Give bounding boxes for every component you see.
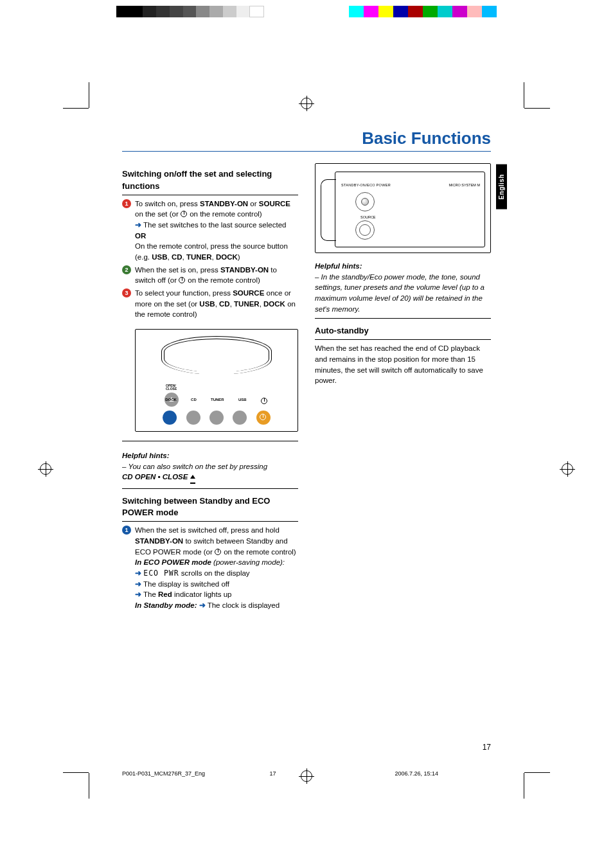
diagram-label-usb: USB xyxy=(238,397,247,405)
footer-file: P001-P031_MCM276R_37_Eng xyxy=(122,770,270,777)
power-icon xyxy=(179,276,186,284)
text: on the set (or xyxy=(135,210,181,218)
autostandby-body: When the set has reached the end of CD p… xyxy=(315,343,491,386)
text: In ECO POWER mode xyxy=(135,558,213,566)
text: CD xyxy=(172,253,182,261)
crop-mark-br xyxy=(511,760,550,799)
text: STANDBY-ON xyxy=(220,266,269,274)
language-tab: English xyxy=(496,164,507,209)
source-button-cd xyxy=(186,411,200,425)
source-button-tuner xyxy=(209,411,224,425)
text: USB xyxy=(199,300,215,308)
hint-heading-2: Helpful hints: xyxy=(315,261,491,272)
step-2-body: When the set is on, press STANDBY-ON to … xyxy=(135,265,298,286)
crop-mark-bl xyxy=(63,760,102,799)
text: STANDBY-ON xyxy=(200,200,248,208)
source-dial-icon xyxy=(355,220,375,240)
arrow-icon: ➜ xyxy=(135,590,141,598)
text: scrolls on the display xyxy=(179,569,250,577)
text: USB xyxy=(152,253,167,261)
crop-mark-tl xyxy=(63,82,102,121)
footer: P001-P031_MCM276R_37_Eng 17 2006.7.26, 1… xyxy=(122,770,491,777)
step-number-2: 2 xyxy=(122,265,131,274)
section-head-autostandby: Auto-standby xyxy=(315,325,491,340)
arrow-icon: ➜ xyxy=(135,580,141,588)
text: Red xyxy=(158,590,172,598)
text: on the remote control) xyxy=(222,548,296,556)
text: ) xyxy=(238,253,240,261)
open-close-label: OPEN/ CLOSE xyxy=(166,384,177,391)
title-rule xyxy=(122,151,491,152)
hint-heading: Helpful hints: xyxy=(122,450,298,461)
step-number-1: 1 xyxy=(122,199,131,208)
source-button-dock xyxy=(163,411,177,425)
footer-page: 17 xyxy=(270,770,344,777)
color-bar-right xyxy=(349,6,497,17)
text: When the set is on, press xyxy=(135,266,220,274)
text: on the remote control) xyxy=(186,276,260,284)
hint-body-2: – In the standby/Eco power mode, the ton… xyxy=(315,272,491,319)
text: TUNER xyxy=(234,300,260,308)
right-column: STANDBY-ON/ECO POWER MICRO SYSTEM M SOUR… xyxy=(315,163,491,613)
text: on the remote control) xyxy=(188,210,262,218)
text: DOCK xyxy=(263,300,285,308)
page-title: Basic Functions xyxy=(122,128,491,151)
footer-timestamp: 2006.7.26, 15:14 xyxy=(343,770,491,777)
text: – You can also switch on the set by pres… xyxy=(122,463,267,470)
diagram-label-cd: CD xyxy=(191,397,197,405)
diagram-label-standby: STANDBY-ON/ECO POWER xyxy=(341,183,391,188)
remote-panel-diagram: OPEN/ CLOSE ▲ DOCK CD TUNER USB xyxy=(135,329,298,432)
diagram-label-source: SOURCE xyxy=(360,215,376,220)
color-bar-left xyxy=(116,6,264,17)
diagram-label-model: MICRO SYSTEM M xyxy=(449,183,480,188)
section-head-eco: Switching between Standby and ECO POWER … xyxy=(122,495,298,522)
power-icon xyxy=(215,548,222,556)
text: STANDBY-ON xyxy=(135,537,183,545)
step-3-body: To select your function, press SOURCE on… xyxy=(135,288,298,320)
text: CD xyxy=(219,300,230,308)
text: The xyxy=(141,590,158,598)
crop-mark-tr xyxy=(511,82,550,121)
text: (power-saving mode): xyxy=(213,558,285,566)
source-button-usb xyxy=(233,411,247,425)
text: The set switches to the last source sele… xyxy=(141,221,286,229)
power-icon xyxy=(261,397,268,405)
text: SOURCE xyxy=(259,200,290,208)
eject-icon xyxy=(190,471,195,483)
arrow-icon: ➜ xyxy=(135,221,141,229)
text: To switch on, press xyxy=(135,200,200,208)
text: or xyxy=(248,200,259,208)
text: DOCK xyxy=(216,253,238,261)
section-head-switching: Switching on/off the set and selecting f… xyxy=(122,168,298,195)
diagram-label-dock: DOCK xyxy=(165,397,177,405)
text: SOURCE xyxy=(233,289,264,297)
power-button xyxy=(256,411,271,425)
left-column: Switching on/off the set and selecting f… xyxy=(122,163,298,613)
text: indicator lights up xyxy=(172,590,232,598)
text: CD OPEN • CLOSE xyxy=(122,473,190,481)
diagram-label-tuner: TUNER xyxy=(211,397,224,405)
standby-dial-icon xyxy=(355,192,375,211)
registration-mark-left xyxy=(40,463,51,475)
step-1-body: To switch on, press STANDBY-ON or SOURCE… xyxy=(135,199,298,263)
hint-body-1: – You can also switch on the set by pres… xyxy=(122,461,298,489)
text: TUNER xyxy=(186,253,212,261)
text: In Standby mode: xyxy=(135,601,199,609)
text-or: OR xyxy=(135,232,146,240)
power-icon xyxy=(181,210,188,218)
page-number: 17 xyxy=(483,743,491,752)
text: The display is switched off xyxy=(141,580,229,588)
text: To select your function, press xyxy=(135,289,233,297)
unit-panel-diagram: STANDBY-ON/ECO POWER MICRO SYSTEM M SOUR… xyxy=(315,163,491,253)
arrow-icon: ➜ xyxy=(135,569,141,577)
text: When the set is switched off, press and … xyxy=(135,526,280,534)
arrow-icon: ➜ xyxy=(199,601,206,609)
step-number-1b: 1 xyxy=(122,526,131,535)
step-number-3: 3 xyxy=(122,288,131,297)
text: The clock is displayed xyxy=(206,601,280,609)
eco-step-body: When the set is switched off, press and … xyxy=(135,525,298,610)
lcd-text: ECO PWR xyxy=(143,569,179,578)
registration-mark-top xyxy=(301,98,312,109)
registration-mark-right xyxy=(562,463,573,475)
